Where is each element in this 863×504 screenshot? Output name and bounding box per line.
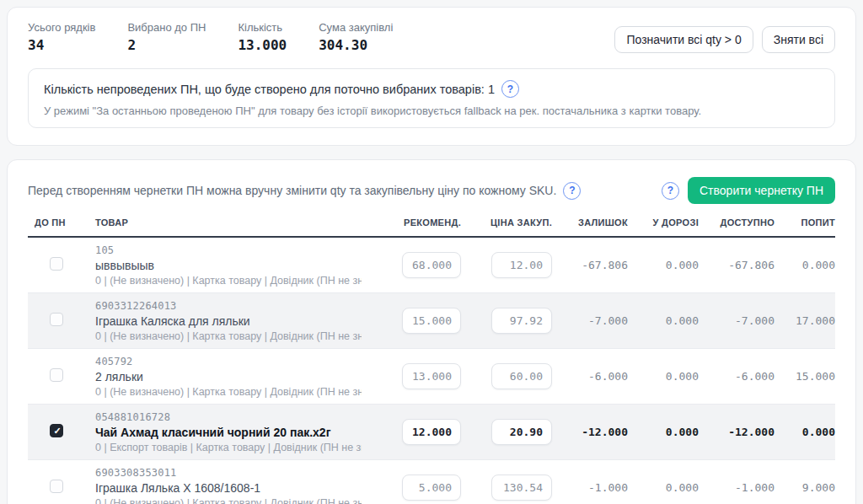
table-row: 054881016728 Чай Ахмад класичний чорний …: [28, 405, 835, 460]
stock-value: -1.000: [552, 481, 628, 494]
row-checkbox[interactable]: [50, 368, 63, 382]
purchase-price-input[interactable]: [491, 475, 552, 501]
stock-value: -7.000: [552, 314, 628, 327]
purchase-price-input[interactable]: [491, 363, 552, 389]
stat-label: Сума закупівлі: [319, 21, 393, 34]
recommend-qty-input[interactable]: [402, 363, 461, 389]
transit-value: 0.000: [628, 481, 699, 494]
stat-quantity: Кількість 13.000: [238, 21, 287, 53]
table-header-row: ДО ПН ТОВАР РЕКОМЕНД. ЦІНА ЗАКУП. ЗАЛИШО…: [28, 217, 835, 238]
table-row: 405792 2 ляльки 0 | (Не визначено) | Кар…: [28, 349, 835, 405]
demand-value: 9.000: [775, 481, 835, 494]
help-icon[interactable]: ?: [563, 182, 581, 200]
transit-value: 0.000: [628, 370, 699, 383]
product-code: 6903308353011: [95, 467, 348, 479]
stat-label: Вибрано до ПН: [127, 21, 206, 34]
stat-value: 34: [28, 37, 95, 53]
demand-value: 15.000: [775, 370, 835, 383]
available-value: -1.000: [699, 481, 775, 494]
mark-all-qty-button[interactable]: Позначити всі qty > 0: [614, 26, 753, 53]
col-header-to-pn: ДО ПН: [28, 217, 95, 228]
recommend-qty-input[interactable]: [402, 475, 461, 501]
row-checkbox[interactable]: [50, 424, 63, 437]
product-links[interactable]: 0 | (Не визначено) | Картка товару | Дов…: [95, 386, 348, 398]
info-line-2: У режимі "За останньою проведеною ПН" дл…: [44, 105, 819, 117]
transit-value: 0.000: [628, 426, 699, 438]
clear-all-button[interactable]: Зняти всі: [762, 26, 835, 53]
product-name: Чай Ахмад класичний чорний 20 пак.х2г: [95, 426, 348, 439]
product-name: Іграшка Каляска для ляльки: [95, 314, 348, 328]
stat-total-rows: Усього рядків 34: [28, 21, 95, 53]
recommend-qty-input[interactable]: [402, 252, 461, 278]
summary-panel: Усього рядків 34 Вибрано до ПН 2 Кількіс…: [7, 7, 856, 146]
col-header-price: ЦІНА ЗАКУП.: [461, 217, 552, 228]
products-table: ДО ПН ТОВАР РЕКОМЕНД. ЦІНА ЗАКУП. ЗАЛИШО…: [28, 217, 835, 504]
col-header-transit: У ДОРОЗІ: [628, 217, 699, 228]
recommend-qty-input[interactable]: [402, 308, 461, 334]
product-name: 2 ляльки: [95, 370, 348, 383]
stock-value: -6.000: [552, 370, 628, 383]
recommend-qty-input[interactable]: [402, 419, 461, 445]
info-line-1: Кількість непроведених ПН, що буде створ…: [44, 83, 495, 96]
purchase-price-input[interactable]: [491, 308, 552, 334]
stat-value: 13.000: [238, 37, 287, 53]
available-value: -6.000: [699, 370, 775, 383]
product-code: 405792: [95, 356, 348, 367]
col-header-demand: ПОПИТ: [775, 217, 835, 228]
col-header-recommend: РЕКОМЕНД.: [362, 217, 461, 228]
demand-value: 0.000: [775, 426, 835, 438]
table-row: 6903312264013 Іграшка Каляска для ляльки…: [28, 293, 835, 349]
row-checkbox[interactable]: [50, 257, 63, 271]
col-header-stock: ЗАЛИШОК: [552, 217, 628, 228]
help-icon[interactable]: ?: [662, 182, 679, 200]
stock-value: -67.806: [552, 259, 628, 271]
stock-value: -12.000: [552, 426, 628, 438]
table-row: 105 ыввывыыв 0 | (Не визначено) | Картка…: [28, 238, 835, 293]
help-icon[interactable]: ?: [501, 80, 519, 98]
product-code: 105: [95, 244, 348, 256]
available-value: -67.806: [699, 259, 775, 271]
transit-value: 0.000: [628, 314, 699, 327]
product-links[interactable]: 0 | (Не визначено) | Картка товару | Дов…: [95, 275, 348, 287]
stat-selected: Вибрано до ПН 2: [127, 21, 206, 53]
demand-value: 0.000: [775, 259, 835, 271]
product-links[interactable]: 0 | (Не визначено) | Картка товару | Дов…: [95, 497, 348, 504]
product-code: 6903312264013: [95, 300, 348, 312]
product-name: Іграшка Лялька Х 1608/1608-1: [95, 481, 348, 495]
stat-value: 304.30: [319, 37, 393, 53]
create-draft-button[interactable]: Створити чернетку ПН: [688, 177, 835, 204]
col-header-product: ТОВАР: [95, 217, 362, 228]
product-links[interactable]: 0 | Експорт товарів | Картка товару | До…: [95, 442, 348, 453]
stat-label: Усього рядків: [28, 21, 95, 34]
stat-value: 2: [127, 37, 206, 53]
product-code: 054881016728: [95, 411, 348, 423]
transit-value: 0.000: [628, 259, 699, 271]
draft-panel: Перед створенням чернетки ПН можна вручн…: [7, 159, 856, 504]
stat-purchase-sum: Сума закупівлі 304.30: [319, 21, 393, 53]
product-name: ыввывыыв: [95, 259, 348, 272]
stat-label: Кількість: [238, 21, 287, 34]
product-links[interactable]: 0 | (Не визначено) | Картка товару | Дов…: [95, 330, 348, 342]
purchase-price-input[interactable]: [491, 419, 552, 445]
table-row: 6903308353011 Іграшка Лялька Х 1608/1608…: [28, 460, 835, 504]
purchase-price-input[interactable]: [491, 252, 552, 278]
draft-hint-text: Перед створенням чернетки ПН можна вручн…: [28, 184, 556, 197]
info-box: Кількість непроведених ПН, що буде створ…: [28, 68, 835, 128]
stats-group: Усього рядків 34 Вибрано до ПН 2 Кількіс…: [28, 21, 425, 53]
col-header-available: ДОСТУПНО: [699, 217, 775, 228]
row-checkbox[interactable]: [50, 480, 63, 493]
available-value: -7.000: [699, 314, 775, 327]
available-value: -12.000: [699, 426, 775, 438]
page: Усього рядків 34 Вибрано до ПН 2 Кількіс…: [0, 0, 863, 504]
demand-value: 17.000: [775, 314, 835, 327]
row-checkbox[interactable]: [50, 313, 63, 326]
